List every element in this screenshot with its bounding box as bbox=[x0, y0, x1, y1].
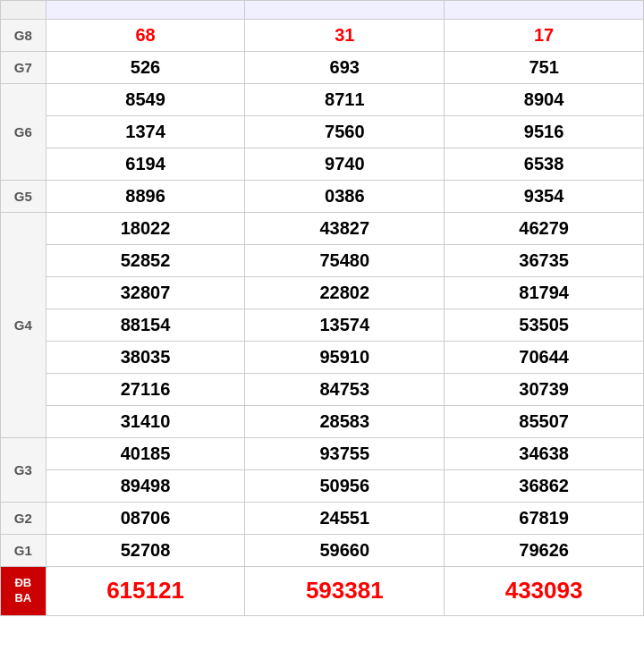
header-soc-trang bbox=[445, 1, 644, 20]
g2-can-tho: 24551 bbox=[245, 503, 445, 535]
g4-dong-nai-6: 31410 bbox=[46, 406, 245, 438]
footer-label: ĐBBA bbox=[1, 567, 47, 616]
g4-soc-trang-1: 36735 bbox=[445, 245, 644, 277]
g4-soc-trang-4: 70644 bbox=[445, 342, 644, 374]
g6-soc-trang-1: 9516 bbox=[445, 116, 644, 148]
g4-soc-trang-5: 30739 bbox=[445, 374, 644, 406]
g3-soc-trang-0: 34638 bbox=[445, 438, 644, 470]
g6-dong-nai-0: 8549 bbox=[46, 84, 245, 116]
g7-dong-nai: 526 bbox=[46, 52, 245, 84]
g6-can-tho-2: 9740 bbox=[245, 148, 445, 181]
g8-can-tho: 31 bbox=[245, 20, 445, 52]
g5-dong-nai: 8896 bbox=[46, 181, 245, 213]
g3-can-tho-0: 93755 bbox=[245, 438, 445, 470]
footer-soc-trang: 433093 bbox=[445, 567, 644, 616]
g5-label: G5 bbox=[1, 181, 47, 213]
header-label-col bbox=[1, 1, 47, 20]
g8-dong-nai: 68 bbox=[46, 20, 245, 52]
g4-dong-nai-5: 27116 bbox=[46, 374, 245, 406]
g4-dong-nai-1: 52852 bbox=[46, 245, 245, 277]
g1-soc-trang: 79626 bbox=[445, 535, 644, 567]
g4-can-tho-2: 22802 bbox=[245, 277, 445, 309]
g4-dong-nai-4: 38035 bbox=[46, 342, 245, 374]
g4-can-tho-4: 95910 bbox=[245, 342, 445, 374]
g4-can-tho-3: 13574 bbox=[245, 309, 445, 342]
g2-soc-trang: 67819 bbox=[445, 503, 644, 535]
g4-label: G4 bbox=[1, 213, 47, 438]
footer-dong-nai: 615121 bbox=[46, 567, 245, 616]
g6-dong-nai-1: 1374 bbox=[46, 116, 245, 148]
g3-soc-trang-1: 36862 bbox=[445, 470, 644, 503]
header-can-tho bbox=[245, 1, 445, 20]
header-dong-nai bbox=[46, 1, 245, 20]
g1-label: G1 bbox=[1, 535, 47, 567]
g1-dong-nai: 52708 bbox=[46, 535, 245, 567]
g8-soc-trang: 17 bbox=[445, 20, 644, 52]
g6-dong-nai-2: 6194 bbox=[46, 148, 245, 181]
g7-soc-trang: 751 bbox=[445, 52, 644, 84]
g7-can-tho: 693 bbox=[245, 52, 445, 84]
g4-dong-nai-2: 32807 bbox=[46, 277, 245, 309]
g6-can-tho-0: 8711 bbox=[245, 84, 445, 116]
lottery-table: G8 68 31 17 G7 526 693 751 G6 8549 8711 … bbox=[0, 0, 644, 616]
g5-can-tho: 0386 bbox=[245, 181, 445, 213]
g3-label: G3 bbox=[1, 438, 47, 503]
g4-can-tho-0: 43827 bbox=[245, 213, 445, 245]
g4-dong-nai-0: 18022 bbox=[46, 213, 245, 245]
g6-label: G6 bbox=[1, 84, 47, 181]
g4-soc-trang-6: 85507 bbox=[445, 406, 644, 438]
g6-soc-trang-2: 6538 bbox=[445, 148, 644, 181]
g4-can-tho-5: 84753 bbox=[245, 374, 445, 406]
g1-can-tho: 59660 bbox=[245, 535, 445, 567]
g3-can-tho-1: 50956 bbox=[245, 470, 445, 503]
g7-label: G7 bbox=[1, 52, 47, 84]
g4-soc-trang-2: 81794 bbox=[445, 277, 644, 309]
g3-dong-nai-0: 40185 bbox=[46, 438, 245, 470]
g4-dong-nai-3: 88154 bbox=[46, 309, 245, 342]
g4-can-tho-6: 28583 bbox=[245, 406, 445, 438]
g5-soc-trang: 9354 bbox=[445, 181, 644, 213]
footer-can-tho: 593381 bbox=[245, 567, 445, 616]
g6-can-tho-1: 7560 bbox=[245, 116, 445, 148]
g4-soc-trang-3: 53505 bbox=[445, 309, 644, 342]
g8-label: G8 bbox=[1, 20, 47, 52]
g4-soc-trang-0: 46279 bbox=[445, 213, 644, 245]
g2-dong-nai: 08706 bbox=[46, 503, 245, 535]
g3-dong-nai-1: 89498 bbox=[46, 470, 245, 503]
g4-can-tho-1: 75480 bbox=[245, 245, 445, 277]
g6-soc-trang-0: 8904 bbox=[445, 84, 644, 116]
g2-label: G2 bbox=[1, 503, 47, 535]
